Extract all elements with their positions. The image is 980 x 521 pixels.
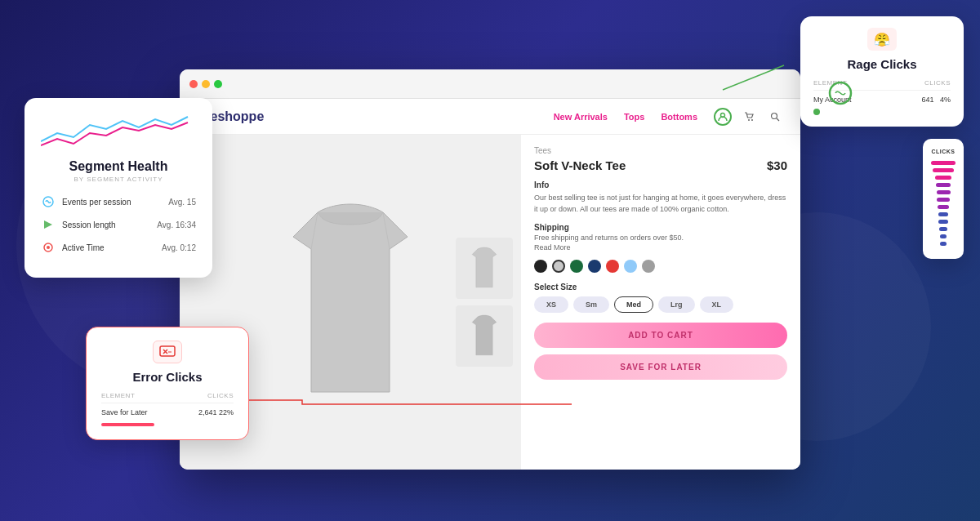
error-table-header: ELEMENT CLICKS bbox=[101, 392, 234, 403]
read-more-link[interactable]: Read More bbox=[534, 243, 787, 252]
click-bar-8 bbox=[938, 212, 949, 216]
user-icon[interactable] bbox=[714, 108, 732, 126]
shipping-text: Free shipping and returns on orders over… bbox=[534, 234, 787, 242]
click-bar-9 bbox=[938, 220, 948, 224]
segment-health-subtitle: BY SEGMENT ACTIVITY bbox=[41, 176, 196, 183]
info-label: Info bbox=[534, 180, 787, 189]
thumbnail-2[interactable] bbox=[456, 305, 513, 367]
color-swatches bbox=[534, 260, 787, 273]
product-thumbnails bbox=[456, 238, 513, 367]
rage-clicks-card: 😤 Rage Clicks ELEMENT CLICKS My Account … bbox=[800, 16, 964, 127]
swatch-navy[interactable] bbox=[588, 260, 601, 273]
swatch-black[interactable] bbox=[534, 260, 547, 273]
rage-icon-area: 😤 bbox=[813, 28, 951, 51]
product-description: Our best selling tee is not just for han… bbox=[534, 193, 787, 215]
error-icon bbox=[153, 341, 182, 363]
segment-health-card: Segment Health BY SEGMENT ACTIVITY Event… bbox=[24, 98, 212, 278]
click-bar-11 bbox=[940, 234, 947, 238]
swatch-silver[interactable] bbox=[642, 260, 655, 273]
product-category: Tees bbox=[534, 146, 787, 155]
size-sm[interactable]: Sm bbox=[573, 296, 609, 313]
error-bar bbox=[101, 423, 154, 426]
svg-point-10 bbox=[47, 246, 50, 249]
swatch-red[interactable] bbox=[606, 260, 619, 273]
product-title-row: Soft V-Neck Tee $30 bbox=[534, 158, 787, 172]
clicks-sidebar: CLICKS bbox=[923, 139, 964, 259]
browser-window: Teeshoppe New Arrivals Tops Bottoms bbox=[180, 69, 800, 470]
product-title: Soft V-Neck Tee bbox=[534, 158, 626, 172]
active-icon bbox=[41, 240, 56, 255]
events-value: Avg. 15 bbox=[168, 198, 196, 207]
size-xl[interactable]: XL bbox=[700, 296, 734, 313]
add-to-cart-button[interactable]: ADD TO CART bbox=[534, 323, 787, 348]
clicks-sidebar-title: CLICKS bbox=[931, 149, 955, 154]
nav-bottoms[interactable]: Bottoms bbox=[661, 112, 697, 122]
rage-status-dot bbox=[813, 109, 820, 115]
rage-icon: 😤 bbox=[867, 28, 897, 51]
product-page: Tees Soft V-Neck Tee $30 Info Our best s… bbox=[180, 135, 800, 470]
click-bar-12 bbox=[940, 242, 946, 246]
active-label: Active Time bbox=[62, 243, 155, 252]
error-clicks-count: 2,641 22% bbox=[198, 408, 234, 416]
rage-clicks-header: CLICKS bbox=[924, 79, 951, 87]
svg-point-4 bbox=[751, 119, 753, 121]
click-bar-1 bbox=[931, 161, 956, 165]
size-xs[interactable]: XS bbox=[534, 296, 568, 313]
close-dot[interactable] bbox=[189, 80, 198, 88]
shipping-label: Shipping bbox=[534, 223, 787, 232]
click-bar-6 bbox=[937, 198, 949, 202]
rage-clicks-title: Rage Clicks bbox=[813, 57, 951, 71]
search-icon[interactable] bbox=[766, 108, 784, 126]
error-element-name: Save for Later bbox=[101, 408, 148, 416]
metric-active: Active Time Avg. 0:12 bbox=[41, 240, 196, 255]
shop-header: Teeshoppe New Arrivals Tops Bottoms bbox=[180, 99, 800, 135]
session-icon bbox=[41, 217, 56, 232]
cart-icon[interactable] bbox=[740, 108, 758, 126]
product-main-image bbox=[269, 196, 432, 408]
click-bar-4 bbox=[936, 183, 951, 187]
svg-point-3 bbox=[748, 119, 750, 121]
rage-clicks-count: 641 4% bbox=[921, 96, 951, 104]
error-clicks-header: CLICKS bbox=[207, 392, 234, 399]
error-table-row: Save for Later 2,641 22% bbox=[101, 408, 234, 416]
click-bar-7 bbox=[938, 205, 949, 209]
header-icons bbox=[714, 108, 784, 126]
swatch-green[interactable] bbox=[570, 260, 583, 273]
swatch-gray[interactable] bbox=[552, 260, 565, 273]
events-icon bbox=[41, 194, 56, 209]
click-bar-10 bbox=[939, 227, 947, 231]
error-icon-area bbox=[101, 341, 234, 363]
svg-line-6 bbox=[777, 118, 779, 121]
segment-health-title: Segment Health bbox=[41, 159, 196, 174]
browser-bar bbox=[180, 69, 800, 99]
error-clicks-card: Error Clicks ELEMENT CLICKS Save for Lat… bbox=[86, 327, 249, 440]
error-clicks-title: Error Clicks bbox=[101, 370, 234, 384]
size-label: Select Size bbox=[534, 283, 787, 292]
metric-events: Events per session Avg. 15 bbox=[41, 194, 196, 209]
swatch-blue[interactable] bbox=[624, 260, 637, 273]
product-price: $30 bbox=[767, 158, 787, 172]
active-circle bbox=[827, 80, 853, 109]
size-med[interactable]: Med bbox=[614, 296, 653, 313]
shop-nav: New Arrivals Tops Bottoms bbox=[554, 112, 697, 122]
svg-marker-8 bbox=[44, 220, 52, 229]
click-bar-2 bbox=[933, 168, 954, 172]
svg-point-5 bbox=[772, 113, 777, 118]
minimize-dot[interactable] bbox=[202, 80, 210, 88]
click-bar-5 bbox=[937, 190, 951, 194]
browser-dots bbox=[189, 80, 222, 88]
product-details: Tees Soft V-Neck Tee $30 Info Our best s… bbox=[521, 135, 800, 470]
nav-new-arrivals[interactable]: New Arrivals bbox=[554, 112, 608, 122]
size-grid: XS Sm Med Lrg XL bbox=[534, 296, 787, 313]
thumbnail-1[interactable] bbox=[456, 238, 513, 299]
nav-tops[interactable]: Tops bbox=[624, 112, 644, 122]
metric-session: Session length Avg. 16:34 bbox=[41, 217, 196, 232]
maximize-dot[interactable] bbox=[214, 80, 222, 88]
session-value: Avg. 16:34 bbox=[157, 220, 196, 229]
session-label: Session length bbox=[62, 220, 150, 229]
svg-rect-11 bbox=[160, 346, 175, 356]
size-lrg[interactable]: Lrg bbox=[658, 296, 695, 313]
click-bar-3 bbox=[935, 176, 951, 180]
save-for-later-button[interactable]: SAVE FOR LATER bbox=[534, 354, 787, 380]
events-label: Events per session bbox=[62, 198, 162, 207]
